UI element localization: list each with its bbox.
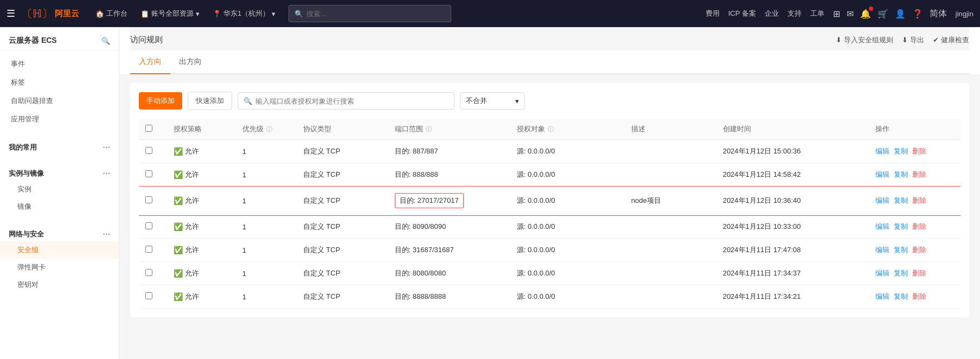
- th-time: 创建时间: [716, 119, 869, 140]
- sidebar-section-instance-header: 实例与镜像 ⋯: [0, 163, 119, 181]
- cell-port: 目的: 887/887: [388, 140, 510, 163]
- nav-workbench[interactable]: 🏠 工作台: [90, 0, 133, 27]
- th-auth-obj: 授权对象 ⓘ: [510, 119, 625, 140]
- allow-icon: ✅: [174, 292, 183, 301]
- sidebar-item-app-mgmt[interactable]: 应用管理: [0, 110, 119, 129]
- copy-btn[interactable]: 复制: [894, 170, 908, 180]
- row-checkbox[interactable]: [145, 246, 152, 253]
- sidebar-item-image[interactable]: 镜像: [0, 198, 119, 215]
- cell-actions: 编辑 复制 删除: [869, 163, 960, 187]
- edit-btn[interactable]: 编辑: [875, 268, 889, 278]
- menu-icon[interactable]: ☰: [7, 8, 15, 20]
- priority-info-icon[interactable]: ⓘ: [266, 126, 272, 132]
- delete-btn[interactable]: 删除: [912, 245, 926, 255]
- sidebar-collapse-btn[interactable]: ‹: [119, 182, 119, 204]
- sidebar-title: 云服务器 ECS: [9, 36, 57, 46]
- sidebar-item-security-group[interactable]: 安全组: [0, 241, 119, 259]
- cell-auth-obj: 源: 0.0.0.0/0: [510, 262, 625, 285]
- import-rules-btn[interactable]: ⬇ 导入安全组规则: [836, 35, 893, 45]
- sidebar-item-events[interactable]: 事件: [0, 55, 119, 73]
- row-checkbox[interactable]: [145, 170, 152, 177]
- more-icon[interactable]: ⋯: [103, 230, 110, 239]
- sidebar-item-label: 标签: [11, 78, 25, 87]
- copy-btn[interactable]: 复制: [894, 222, 908, 232]
- search-input[interactable]: [255, 97, 449, 105]
- cell-time: 2024年1月12日 10:36:40: [716, 187, 869, 215]
- cell-priority: 1: [236, 215, 297, 239]
- export-btn[interactable]: ⬇ 导出: [902, 35, 924, 45]
- copy-btn[interactable]: 复制: [894, 268, 908, 278]
- user-name[interactable]: jingjin: [956, 10, 973, 18]
- manual-add-btn[interactable]: 手动添加: [139, 92, 182, 110]
- delete-btn[interactable]: 删除: [912, 292, 926, 302]
- nav-resources[interactable]: 📋 账号全部资源 ▾: [135, 0, 205, 27]
- health-check-btn[interactable]: ✔ 健康检查: [933, 35, 969, 45]
- delete-btn[interactable]: 删除: [912, 268, 926, 278]
- quick-add-btn[interactable]: 快速添加: [188, 92, 232, 110]
- allow-badge: ✅允许: [174, 222, 229, 232]
- edit-btn[interactable]: 编辑: [875, 292, 889, 302]
- edit-btn[interactable]: 编辑: [875, 146, 889, 156]
- user-icon[interactable]: 👤: [895, 9, 906, 19]
- copy-btn[interactable]: 复制: [894, 245, 908, 255]
- copy-btn[interactable]: 复制: [894, 292, 908, 302]
- delete-btn[interactable]: 删除: [912, 146, 926, 156]
- table-row: ✅允许1自定义 TCP目的: 887/887源: 0.0.0.0/02024年1…: [139, 140, 960, 163]
- search-icon: 🔍: [244, 97, 252, 105]
- cell-desc: [625, 285, 716, 309]
- sidebar-item-tags[interactable]: 标签: [0, 73, 119, 92]
- sidebar-item-instance[interactable]: 实例: [0, 181, 119, 198]
- nav-ticket[interactable]: 工单: [810, 9, 824, 18]
- auth-obj-info-icon[interactable]: ⓘ: [548, 126, 554, 132]
- edit-btn[interactable]: 编辑: [875, 245, 889, 255]
- page-title: 访问规则: [130, 35, 163, 45]
- delete-btn[interactable]: 删除: [912, 222, 926, 232]
- tab-outbound[interactable]: 出方向: [170, 50, 210, 74]
- sidebar: 云服务器 ECS 🔍 事件 标签 自助问题排查 应用管理 我的常用 ⋯: [0, 27, 119, 359]
- sidebar-item-keypair[interactable]: 密钥对: [0, 276, 119, 293]
- row-checkbox[interactable]: [145, 196, 152, 203]
- mail-icon[interactable]: ✉: [847, 9, 854, 19]
- sidebar-item-troubleshoot[interactable]: 自助问题排查: [0, 92, 119, 110]
- cell-auth-obj: 源: 0.0.0.0/0: [510, 239, 625, 262]
- action-links: 编辑 复制 删除: [875, 268, 954, 278]
- merge-select[interactable]: 不合并 ▾: [460, 92, 525, 110]
- edit-btn[interactable]: 编辑: [875, 196, 889, 206]
- sidebar-item-label: 镜像: [17, 202, 31, 211]
- nav-region[interactable]: 📍 华东1（杭州） ▾: [207, 0, 281, 27]
- delete-btn[interactable]: 删除: [912, 170, 926, 180]
- nav-icp[interactable]: ICP 备案: [728, 9, 756, 18]
- port-info-icon[interactable]: ⓘ: [426, 126, 432, 132]
- sidebar-search-icon[interactable]: 🔍: [101, 37, 110, 45]
- cell-priority: 1: [236, 140, 297, 163]
- cell-desc: [625, 140, 716, 163]
- select-all-checkbox[interactable]: [145, 125, 152, 132]
- grid-icon[interactable]: ⊞: [833, 9, 840, 19]
- tab-inbound[interactable]: 入方向: [130, 50, 170, 74]
- cell-protocol: 自定义 TCP: [297, 163, 388, 187]
- sidebar-item-eni[interactable]: 弹性网卡: [0, 259, 119, 276]
- more-icon[interactable]: ⋯: [103, 169, 110, 178]
- sidebar-item-label: 应用管理: [11, 114, 39, 124]
- home-icon: 🏠: [95, 10, 104, 18]
- copy-btn[interactable]: 复制: [894, 196, 908, 206]
- edit-btn[interactable]: 编辑: [875, 222, 889, 232]
- language-icon[interactable]: 简体: [930, 8, 947, 20]
- row-checkbox[interactable]: [145, 222, 152, 229]
- cell-policy: ✅允许: [167, 187, 236, 215]
- copy-btn[interactable]: 复制: [894, 146, 908, 156]
- nav-fees[interactable]: 费用: [706, 9, 720, 18]
- nav-support[interactable]: 支持: [787, 9, 802, 18]
- help-icon[interactable]: ❓: [912, 9, 923, 19]
- row-checkbox[interactable]: [145, 292, 152, 299]
- cart-icon[interactable]: 🛒: [877, 9, 888, 19]
- edit-btn[interactable]: 编辑: [875, 170, 889, 180]
- bell-icon[interactable]: 🔔: [860, 9, 871, 19]
- table-header-row: 授权策略 优先级 ⓘ 协议类型 端口范围: [139, 119, 960, 140]
- nav-enterprise[interactable]: 企业: [765, 9, 779, 18]
- search-input[interactable]: [306, 10, 445, 18]
- row-checkbox[interactable]: [145, 147, 152, 154]
- delete-btn[interactable]: 删除: [912, 196, 926, 206]
- more-icon[interactable]: ⋯: [103, 143, 110, 152]
- row-checkbox[interactable]: [145, 269, 152, 276]
